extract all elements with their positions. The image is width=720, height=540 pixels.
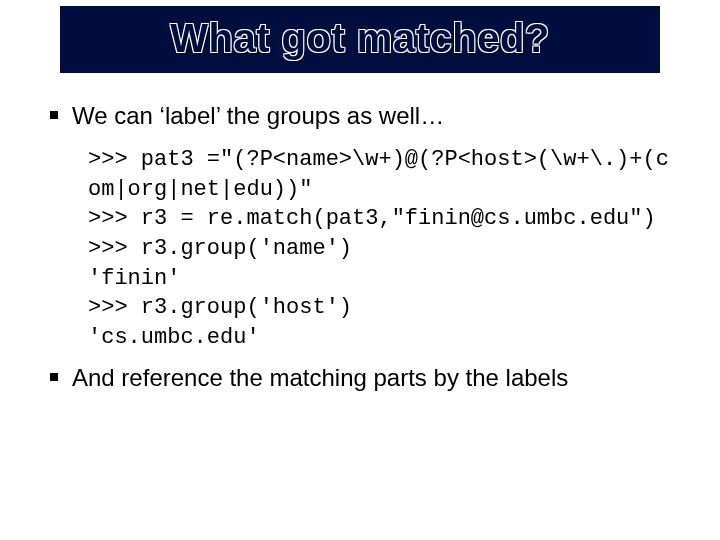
slide-title: What got matched? [60, 16, 660, 61]
slide-body: We can ‘label’ the groups as well… >>> p… [30, 73, 690, 393]
slide: What got matched? We can ‘label’ the gro… [0, 6, 720, 540]
code-block: >>> pat3 ="(?P<name>\w+)@(?P<host>(\w+\.… [50, 141, 670, 363]
title-band: What got matched? [60, 6, 660, 73]
bullet-intro-text: We can ‘label’ the groups as well… [72, 102, 444, 129]
bullet-intro: We can ‘label’ the groups as well… [50, 101, 670, 131]
bullet-outro-text: And reference the matching parts by the … [72, 364, 568, 391]
bullet-outro: And reference the matching parts by the … [50, 363, 670, 393]
